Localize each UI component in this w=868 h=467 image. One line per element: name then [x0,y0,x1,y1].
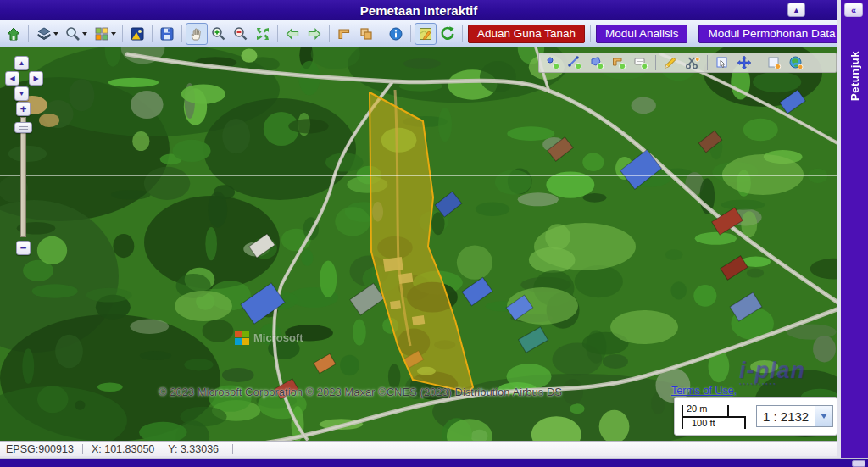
toolbar-separator [152,25,153,42]
toolbar-separator [277,25,278,42]
select-dropdown-button[interactable] [815,406,832,426]
bottom-bar [0,458,868,467]
app-title: Pemetaan Interaktif [360,3,477,18]
toolbar-separator [181,25,182,42]
toolbar-separator [590,25,591,42]
provider-logo: Microsoft [235,331,303,345]
epsg-label: EPSG:900913 [6,443,74,455]
double-chevron-left-icon: « [851,5,856,15]
toolbar-separator [329,25,330,42]
graticule-line [0,175,837,176]
zoom-in-button[interactable]: + [16,102,31,116]
iplan-watermark: i-plan▪▪▪▪▪▪▪▪▪▪ [739,358,805,386]
full-extent-icon[interactable] [252,23,274,45]
chevron-down-icon [111,32,116,36]
refresh-icon[interactable] [437,23,459,45]
measure-area-icon[interactable] [355,23,377,45]
zoom-out-button[interactable]: − [16,241,31,255]
next-extent-icon[interactable] [303,23,326,45]
edit-pencil-icon[interactable] [660,54,681,72]
provider-name: Microsoft [253,331,303,344]
bottom-collapse-button[interactable] [852,460,865,467]
toolbar-separator [122,25,123,42]
toolbar-separator [707,55,708,70]
zoom-menu-icon[interactable] [61,23,90,45]
main-toolbar: Aduan Guna Tanah Modul Analisis Modul Pe… [0,20,837,47]
chevron-down-icon [82,32,87,36]
draw-measure-icon[interactable] [609,54,629,72]
toolbar-separator [28,25,29,42]
save-icon[interactable] [156,23,178,45]
pan-down-button[interactable]: ▼ [14,86,29,101]
sidebar-tab-petunjuk[interactable]: Petunjuk [841,29,868,122]
pan-zoom-control: ▲ ◀ ▶ ▼ + − [0,47,51,268]
scale-bar-tick [727,405,729,417]
map-viewport[interactable]: ▲ ◀ ▶ ▼ + − [0,47,837,441]
home-icon[interactable] [3,23,25,45]
right-sidebar: « Petunjuk [841,0,868,458]
move-icon[interactable] [734,54,754,72]
map-edit-icon[interactable] [415,23,437,45]
pan-left-button[interactable]: ◀ [5,71,19,86]
microsoft-logo-icon [235,331,249,345]
aduan-guna-tanah-button[interactable]: Aduan Guna Tanah [468,25,585,43]
coordinate-x: X: 101.83050 [92,443,154,455]
scale-bar-tick [682,405,683,429]
toolbar-separator [655,55,656,70]
toolbar-separator [693,25,693,42]
scale-imperial-label: 100 ft [692,418,715,428]
chevron-down-icon [53,32,58,36]
pan-right-button[interactable]: ▶ [29,71,43,86]
legend-map-icon[interactable] [126,23,148,45]
coordinate-y: Y: 3.33036 [168,443,219,455]
titlebar-collapse-button[interactable]: ▲ [787,3,805,17]
zoom-slider-handle[interactable] [14,122,32,133]
layers-icon[interactable] [32,23,61,45]
scale-panel: 20 m 100 ft 1 : 2132 [674,397,837,436]
modul-permohonan-data-button[interactable]: Modul Permohonan Data [698,25,844,43]
status-separator [82,444,83,454]
draw-polygon-icon[interactable] [587,54,607,72]
globe-icon[interactable] [786,54,806,72]
collapse-arrow-icon: ▲ [793,6,800,14]
scale-metric-label: 20 m [687,403,707,414]
scale-bar-tick [744,416,746,429]
zoom-slider-track[interactable] [20,117,26,237]
pan-up-button[interactable]: ▲ [14,56,29,70]
terms-of-use-link[interactable]: Terms of Use, [671,385,737,397]
cut-scissors-icon[interactable] [682,54,703,72]
toolbar-separator [759,55,760,70]
scale-ratio-select[interactable]: 1 : 2132 [756,405,833,427]
scale-ratio-value: 1 : 2132 [757,409,815,424]
clear-selection-icon[interactable] [764,54,784,72]
previous-extent-icon[interactable] [281,23,303,45]
satellite-imagery [0,47,837,441]
modul-analisis-button[interactable]: Modul Analisis [596,25,687,43]
title-bar: Pemetaan Interaktif ▲ [0,0,837,20]
status-bar: EPSG:900913 X: 101.83050 Y: 3.33036 [0,441,837,456]
pan-hand-icon[interactable] [186,23,208,45]
status-separator [232,444,233,454]
toolbar-separator [462,25,463,42]
toolbar-separator [410,25,411,42]
draw-edit-toolbar [538,53,837,73]
zoom-out-icon[interactable] [230,23,252,45]
draw-label-icon[interactable] [631,54,651,72]
map-copyright: © 2023 Microsoft Corporation © 2023 Maxa… [0,386,721,398]
chevron-down-icon [821,414,827,419]
toolbar-separator [381,25,381,42]
app-window: Pemetaan Interaktif ▲ [0,0,868,467]
draw-point-icon[interactable] [542,54,563,72]
draw-line-icon[interactable] [565,54,585,72]
measure-length-icon[interactable] [333,23,355,45]
sidebar-toggle-button[interactable]: « [844,3,863,17]
zoom-in-icon[interactable] [208,23,230,45]
scale-bar: 20 m 100 ft [678,400,749,432]
basemap-grid-icon[interactable] [90,23,119,45]
info-icon[interactable] [385,23,407,45]
select-box-icon[interactable] [712,54,732,72]
